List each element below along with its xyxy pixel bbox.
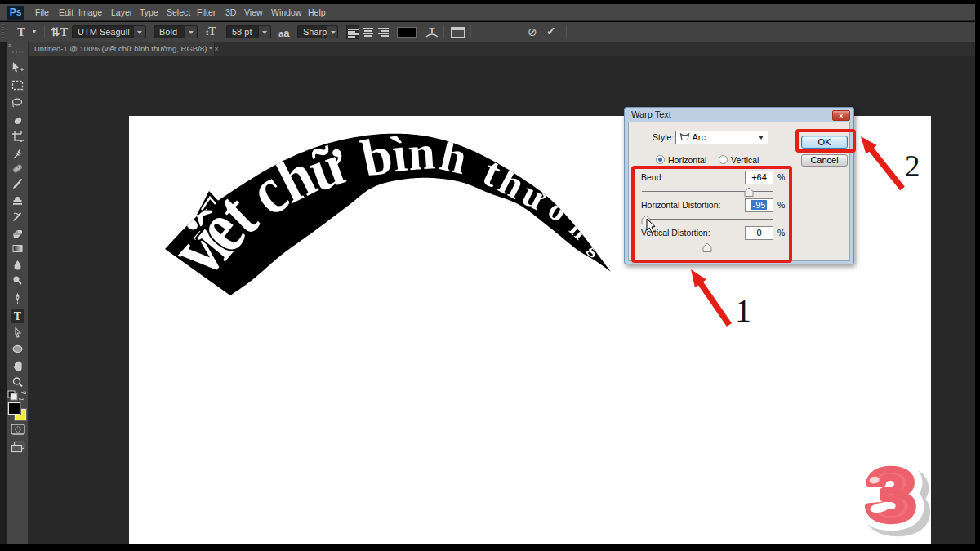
svg-text:3: 3: [866, 455, 915, 535]
